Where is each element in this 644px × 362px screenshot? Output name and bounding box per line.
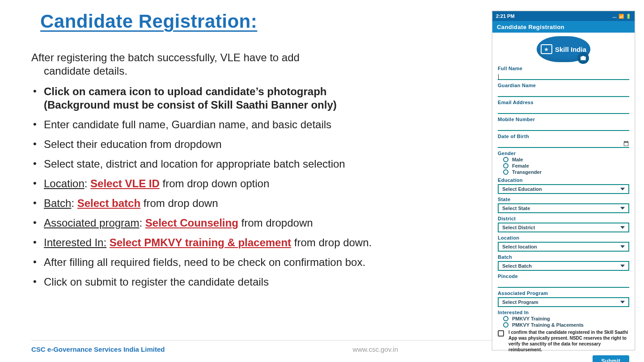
status-time: 2:21 PM (496, 13, 515, 19)
radio-option[interactable]: Transgender (503, 169, 629, 175)
instruction-item: Associated program: Select Counseling fr… (31, 216, 380, 230)
radio-icon (503, 316, 508, 321)
instruction-item: Select their education from dropdown (31, 138, 380, 151)
calendar-icon (623, 140, 629, 147)
dropdown-education[interactable]: Select Education (498, 184, 629, 194)
label-guardian: Guardian Name (498, 83, 629, 88)
radio-option[interactable]: Female (503, 163, 629, 168)
dropdown-district-value: Select District (502, 225, 535, 230)
label-education: Education (498, 177, 629, 183)
input-guardian[interactable] (498, 89, 629, 97)
instruction-item: Click on camera icon to upload candidate… (31, 85, 380, 112)
dropdown-assoc-value: Select Program (502, 299, 538, 305)
instruction-item: After filling all required fields, need … (31, 256, 380, 269)
page-title: Candidate Registration: (40, 11, 380, 32)
instruction-list: Click on camera icon to upload candidate… (31, 85, 380, 289)
instruction-item: Select state, district and location for … (31, 157, 380, 171)
chevron-down-icon (620, 301, 625, 303)
label-email: Email Address (498, 100, 629, 105)
dropdown-state-value: Select State (502, 206, 530, 211)
footer-org: CSC e-Governance Services India Limited (31, 345, 165, 353)
radio-icon (503, 322, 508, 328)
dropdown-education-value: Select Education (502, 186, 542, 192)
radio-label: Male (512, 157, 523, 162)
skill-india-logo-icon: ★ (541, 44, 552, 54)
radio-option[interactable]: PMKVY Training (503, 316, 629, 321)
footer-url: www.csc.gov.in (353, 345, 398, 353)
chevron-down-icon (620, 245, 625, 248)
intro-text: After registering the batch successfully… (31, 51, 380, 78)
input-pincode[interactable] (498, 280, 629, 288)
radio-label: Transgender (512, 169, 542, 175)
instruction-item: Batch: Select batch from drop down (31, 197, 380, 210)
interested-radio-group: PMKVY TrainingPMKVY Training & Placement… (498, 316, 629, 328)
label-location: Location (498, 235, 629, 240)
input-email[interactable] (498, 106, 629, 114)
confirm-checkbox[interactable] (498, 330, 504, 337)
dropdown-assoc[interactable]: Select Program (498, 297, 629, 307)
radio-icon (503, 157, 508, 162)
label-interested: Interested In (498, 310, 629, 315)
radio-option[interactable]: PMKVY Training & Placements (503, 322, 629, 328)
chevron-down-icon (620, 207, 625, 210)
dropdown-location-value: Select location (502, 244, 537, 249)
label-state: State (498, 197, 629, 202)
status-icons: …📶🔋 (610, 13, 631, 19)
dropdown-district[interactable]: Select District (498, 223, 629, 232)
label-batch: Batch (498, 254, 629, 260)
chevron-down-icon (620, 226, 625, 229)
avatar-label: Skill India (555, 46, 586, 53)
label-full-name: Full Name (498, 66, 629, 71)
intro-line-1: After registering the batch successfully… (31, 51, 300, 63)
label-dob: Date of Birth (498, 134, 629, 139)
label-assoc: Associated Program (498, 290, 629, 296)
label-gender: Gender (498, 151, 629, 156)
input-dob[interactable] (498, 140, 629, 148)
radio-icon (503, 169, 508, 175)
label-district: District (498, 216, 629, 221)
dropdown-batch[interactable]: Select Batch (498, 261, 629, 271)
app-bar: Candidate Registration (492, 21, 635, 33)
submit-button[interactable]: Submit (593, 355, 629, 362)
radio-label: PMKVY Training (512, 316, 550, 321)
radio-label: PMKVY Training & Placements (512, 322, 584, 328)
instruction-item: Location: Select VLE ID from drop down o… (31, 177, 380, 190)
input-full-name[interactable] (498, 72, 629, 80)
radio-label: Female (512, 163, 529, 168)
radio-option[interactable]: Male (503, 157, 629, 162)
dropdown-batch-value: Select Batch (502, 263, 532, 269)
instruction-item: Enter candidate full name, Guardian name… (31, 118, 380, 131)
chevron-down-icon (620, 265, 625, 267)
radio-icon (503, 163, 508, 168)
instruction-item: Click on submit to register the candidat… (31, 275, 380, 289)
status-bar: 2:21 PM …📶🔋 (492, 11, 635, 21)
confirm-text: I confirm that the candidate registered … (508, 329, 629, 353)
chevron-down-icon (620, 188, 625, 190)
camera-icon[interactable] (577, 52, 589, 64)
instruction-item: Interested In: Select PMKVY training & p… (31, 236, 380, 249)
intro-line-2: candidate details. (31, 64, 380, 78)
label-pincode: Pincode (498, 274, 629, 279)
gender-radio-group: MaleFemaleTransgender (498, 157, 629, 175)
phone-mockup: 2:21 PM …📶🔋 Candidate Registration ★ Ski… (492, 11, 635, 350)
input-mobile[interactable] (498, 123, 629, 131)
label-mobile: Mobile Number (498, 117, 629, 122)
dropdown-location[interactable]: Select location (498, 242, 629, 252)
dropdown-state[interactable]: Select State (498, 203, 629, 213)
